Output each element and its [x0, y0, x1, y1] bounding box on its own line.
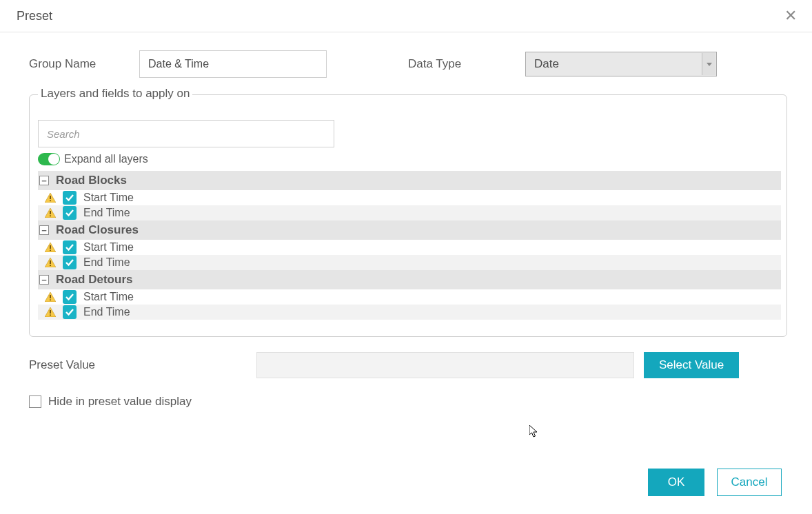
field-label: End Time	[83, 306, 130, 318]
svg-rect-7	[50, 245, 51, 249]
warning-icon	[45, 307, 56, 317]
layer-header[interactable]: − Road Closures	[38, 220, 781, 240]
svg-rect-4	[50, 211, 51, 214]
group-name-label: Group Name	[29, 57, 139, 71]
expand-all-row: Expand all layers	[38, 153, 781, 165]
select-value-button[interactable]: Select Value	[644, 352, 739, 378]
svg-rect-14	[50, 300, 51, 301]
svg-rect-16	[50, 310, 51, 313]
expand-all-label: Expand all layers	[64, 153, 148, 165]
layers-fieldset: Layers and fields to apply on Expand all…	[29, 94, 787, 337]
field-checkbox[interactable]	[63, 256, 77, 269]
hide-preset-row: Hide in preset value display	[29, 395, 787, 409]
warning-icon	[45, 258, 56, 267]
warning-icon	[45, 292, 56, 302]
group-name-input[interactable]	[139, 50, 327, 78]
layer-name: Road Blocks	[56, 174, 127, 187]
svg-rect-1	[50, 196, 51, 199]
preset-dialog: Preset ✕ Group Name Data Type Date La	[0, 0, 812, 514]
dialog-header: Preset ✕	[0, 0, 812, 32]
warning-icon	[45, 208, 56, 218]
data-type-value: Date	[534, 57, 559, 71]
toggle-knob-icon	[48, 154, 59, 165]
field-label: End Time	[83, 256, 130, 269]
svg-rect-17	[50, 315, 51, 316]
group-name-cell: Group Name	[29, 50, 408, 78]
warning-icon	[45, 243, 56, 252]
layer-name: Road Detours	[56, 273, 132, 287]
svg-rect-2	[50, 201, 51, 202]
field-row: End Time	[38, 205, 781, 220]
field-row: Start Time	[38, 240, 781, 255]
field-label: End Time	[83, 207, 130, 219]
collapse-icon[interactable]: −	[39, 275, 49, 285]
close-icon[interactable]: ✕	[779, 6, 802, 26]
data-type-select[interactable]: Date	[525, 52, 717, 76]
layers-tree[interactable]: − Road Blocks Start Time End Time − Road…	[38, 171, 781, 329]
cancel-button[interactable]: Cancel	[717, 469, 782, 496]
data-type-dropdown-button[interactable]	[702, 53, 715, 75]
cursor-icon	[529, 425, 540, 439]
svg-rect-11	[50, 265, 51, 267]
layers-legend: Layers and fields to apply on	[38, 87, 192, 101]
dialog-body: Group Name Data Type Date Layers and fie…	[0, 32, 812, 469]
collapse-icon[interactable]: −	[39, 225, 49, 235]
dialog-title: Preset	[17, 9, 52, 23]
field-row: Start Time	[38, 289, 781, 305]
preset-value-row: Preset Value Select Value	[29, 352, 787, 378]
field-checkbox[interactable]	[63, 191, 77, 205]
layer-name: Road Closures	[56, 223, 139, 237]
field-label: Start Time	[83, 192, 134, 204]
ok-button[interactable]: OK	[648, 469, 704, 496]
svg-rect-5	[50, 216, 51, 217]
svg-marker-18	[529, 425, 537, 437]
svg-rect-13	[50, 295, 51, 298]
search-input[interactable]	[38, 120, 334, 147]
expand-all-toggle[interactable]	[38, 153, 60, 165]
dialog-footer: OK Cancel	[0, 469, 812, 514]
data-type-cell: Data Type Date	[408, 52, 787, 76]
layer-header[interactable]: − Road Detours	[38, 270, 781, 289]
data-type-label: Data Type	[408, 57, 525, 71]
preset-value-input[interactable]	[256, 352, 634, 378]
field-label: Start Time	[83, 291, 134, 303]
field-checkbox[interactable]	[63, 240, 77, 254]
field-checkbox[interactable]	[63, 305, 77, 319]
chevron-down-icon	[707, 63, 712, 66]
field-row: End Time	[38, 255, 781, 270]
field-checkbox[interactable]	[63, 290, 77, 304]
hide-preset-checkbox[interactable]	[29, 395, 41, 408]
layer-header[interactable]: − Road Blocks	[38, 171, 781, 190]
field-row: Start Time	[38, 190, 781, 205]
field-checkbox[interactable]	[63, 206, 77, 220]
collapse-icon[interactable]: −	[39, 176, 49, 185]
top-row: Group Name Data Type Date	[29, 50, 787, 78]
svg-rect-8	[50, 250, 51, 251]
hide-preset-label: Hide in preset value display	[48, 395, 192, 409]
preset-value-label: Preset Value	[29, 358, 256, 372]
field-row: End Time	[38, 305, 781, 320]
svg-rect-10	[50, 260, 51, 264]
warning-icon	[45, 193, 56, 203]
field-label: Start Time	[83, 241, 134, 254]
